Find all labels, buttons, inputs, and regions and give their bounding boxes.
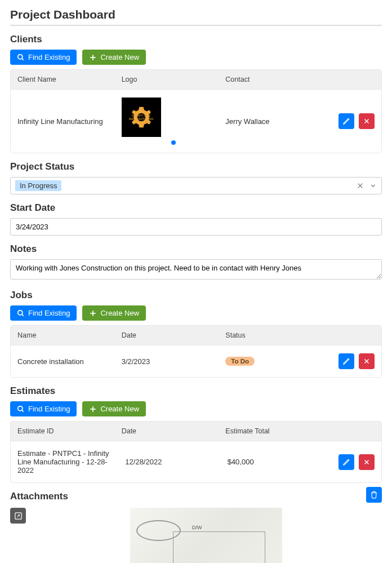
close-icon [363,118,370,125]
jobs-find-existing-button[interactable]: Find Existing [10,305,77,321]
plus-icon [89,405,97,413]
jobs-table: Name Date Status Concrete installation 3… [10,325,382,378]
clients-find-existing-button[interactable]: Find Existing [10,50,77,65]
job-delete-button[interactable] [359,353,375,369]
client-logo[interactable]: INFINITY LINE MANUFACTURING [122,97,161,137]
clients-heading: Clients [10,34,382,45]
plus-icon [89,309,97,317]
svg-point-0 [18,54,23,59]
carousel-dot[interactable] [171,140,176,145]
svg-line-9 [22,314,24,316]
client-name-cell: Infinity Line Manufacturing [17,117,122,126]
start-date-heading: Start Date [10,202,382,214]
start-date-input[interactable] [10,218,382,236]
svg-line-1 [22,58,24,60]
jobs-create-new-label: Create New [100,309,139,317]
job-status-badge: To Do [225,357,255,366]
jobs-create-new-button[interactable]: Create New [82,305,146,321]
estimate-id-cell: Estimate - PNTPC1 - Infinity Line Manufa… [17,449,125,475]
clients-table: Client Name Logo Contact Infinity Line M… [10,69,382,153]
estimates-create-new-button[interactable]: Create New [82,401,146,416]
expand-icon [14,512,23,520]
estimates-col-date: Date [122,427,226,435]
client-contact-cell: Jerry Wallace [225,117,329,126]
clients-col-name: Client Name [17,76,122,83]
svg-point-14 [18,406,23,410]
estimates-table: Estimate ID Date Estimate Total Estimate… [10,421,382,483]
estimate-date-cell: 12/28/2022 [125,458,227,466]
close-icon [363,459,370,466]
svg-point-8 [18,310,23,314]
pencil-icon [342,458,350,466]
notes-heading: Notes [10,243,382,255]
estimate-edit-button[interactable] [338,454,354,470]
job-date-cell: 3/2/2023 [122,357,226,366]
estimates-col-total: Estimate Total [225,427,329,435]
clients-create-new-button[interactable]: Create New [82,50,146,65]
estimates-create-new-label: Create New [100,405,139,413]
clients-find-existing-label: Find Existing [28,53,70,61]
client-delete-button[interactable] [359,113,375,129]
job-name-cell: Concrete installation [17,357,122,366]
jobs-find-existing-label: Find Existing [28,309,70,317]
table-row: Concrete installation 3/2/2023 To Do [11,345,381,377]
job-edit-button[interactable] [338,353,354,369]
pencil-icon [342,357,350,365]
attachments-trash-button[interactable] [366,487,382,503]
notes-textarea[interactable] [10,259,382,280]
client-edit-button[interactable] [338,113,354,129]
pencil-icon [342,117,350,125]
page-title: Project Dashboard [10,8,382,26]
clients-create-new-label: Create New [100,53,139,61]
estimates-col-id: Estimate ID [17,427,122,435]
table-row: Infinity Line Manufacturing INFINITY LIN… [11,90,381,153]
close-icon [363,358,370,365]
table-row: Estimate - PNTPC1 - Infinity Line Manufa… [11,441,381,482]
estimates-find-existing-label: Find Existing [28,405,70,413]
status-select[interactable]: In Progress [10,177,382,194]
chevron-down-icon[interactable] [369,182,377,189]
trash-icon [370,491,378,499]
estimate-delete-button[interactable] [359,454,375,470]
search-icon [17,309,25,317]
attachments-expand-button[interactable] [10,508,26,524]
svg-line-15 [22,410,24,411]
jobs-col-status: Status [225,331,329,339]
search-icon [17,405,25,413]
clients-col-logo: Logo [122,76,226,83]
jobs-col-date: Date [122,331,226,339]
estimates-heading: Estimates [10,385,382,397]
plus-icon [89,54,97,61]
attachment-image[interactable]: D/W 8'0" [130,508,282,563]
clients-col-contact: Contact [225,76,329,83]
status-chip: In Progress [15,180,61,191]
estimate-total-cell: $40,000 [228,458,329,466]
client-logo-text: INFINITY LINE MANUFACTURING [122,114,161,121]
status-heading: Project Status [10,161,382,172]
clear-icon[interactable] [357,182,364,189]
estimates-find-existing-button[interactable]: Find Existing [10,401,77,416]
search-icon [17,54,25,61]
attachments-heading: Attachments [10,491,68,502]
jobs-col-name: Name [17,331,122,339]
jobs-heading: Jobs [10,290,382,301]
